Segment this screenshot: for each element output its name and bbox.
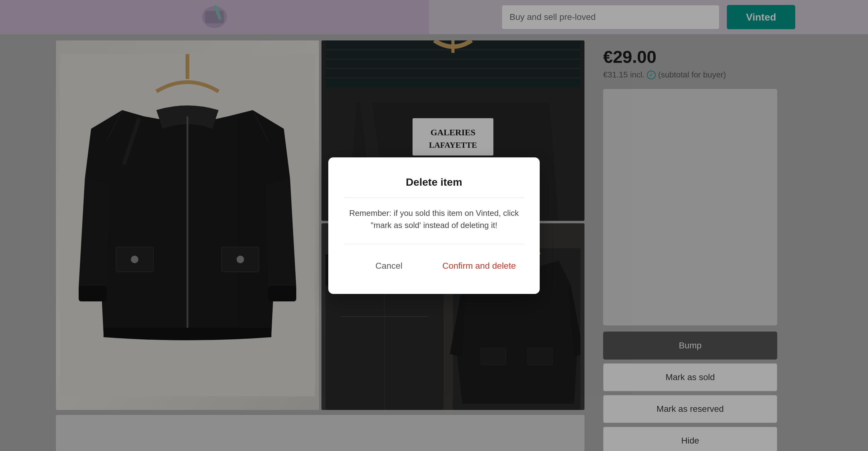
modal-divider [344, 198, 524, 198]
modal-actions: Cancel Confirm and delete [344, 244, 524, 278]
confirm-delete-button[interactable]: Confirm and delete [434, 253, 524, 278]
cancel-button[interactable]: Cancel [344, 253, 434, 278]
delete-modal: Delete item Remember: if you sold this i… [328, 157, 540, 294]
modal-body: Remember: if you sold this item on Vinte… [344, 207, 524, 232]
modal-title: Delete item [344, 176, 524, 188]
modal-overlay[interactable]: Delete item Remember: if you sold this i… [0, 0, 868, 451]
